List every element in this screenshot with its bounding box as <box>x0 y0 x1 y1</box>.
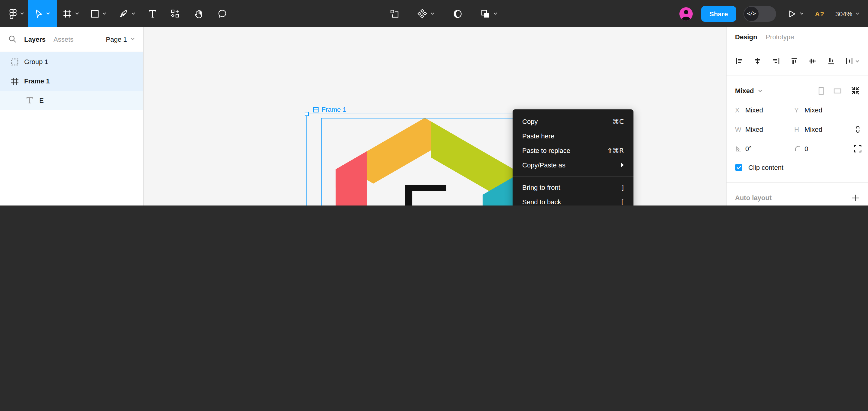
present-button[interactable] <box>788 9 804 18</box>
layers-panel: Layers Assets Page 1 Group 1Frame 1E <box>0 27 144 205</box>
main-menu-button[interactable] <box>5 0 28 27</box>
rotation-row: 0° 0 <box>726 139 868 158</box>
tidy-up-button[interactable] <box>417 8 435 19</box>
divider <box>726 182 868 183</box>
size-mode-value[interactable]: Mixed <box>735 87 754 94</box>
y-value: Mixed <box>805 106 823 114</box>
clip-content-checkbox[interactable] <box>735 164 742 171</box>
x-value: Mixed <box>745 106 763 114</box>
auto-layout-section: Auto layout <box>726 188 868 205</box>
menu-item-label: Send to back <box>522 198 561 205</box>
layer-row[interactable]: Group 1 <box>0 52 143 71</box>
layer-row[interactable]: E <box>0 91 143 110</box>
pen-tool-button[interactable] <box>113 0 142 27</box>
menu-item-shortcut: ⌘C <box>613 118 624 125</box>
distribute-menu[interactable] <box>845 57 860 65</box>
page-selector[interactable]: Page 1 <box>106 35 135 42</box>
boolean-operations-button[interactable] <box>480 9 497 19</box>
chevron-down-icon <box>131 12 135 15</box>
align-bottom-icon[interactable] <box>827 57 835 65</box>
frame-icon <box>10 77 19 85</box>
dev-mode-toggle[interactable]: </> <box>743 6 776 22</box>
menu-separator <box>513 176 633 177</box>
menu-item-paste-to-replace[interactable]: Paste to replace⇧⌘R <box>513 143 633 158</box>
frame-name-label[interactable]: Frame 1 <box>312 106 346 113</box>
independent-corners-icon[interactable] <box>854 145 862 153</box>
text-tool-button[interactable] <box>142 0 163 27</box>
context-menu: Copy⌘CPaste herePaste to replace⇧⌘RCopy/… <box>513 109 633 205</box>
mask-button[interactable] <box>390 9 399 18</box>
zoom-menu[interactable]: 304% <box>835 10 860 17</box>
menu-item-label: Copy <box>522 118 538 125</box>
menu-item-paste-here[interactable]: Paste here <box>513 129 633 143</box>
pen-icon <box>119 9 128 18</box>
portrait-icon[interactable] <box>818 87 824 95</box>
resources-tool-button[interactable] <box>163 0 186 27</box>
x-field[interactable]: X Mixed <box>735 106 794 114</box>
chevron-down-icon <box>430 12 435 15</box>
search-icon[interactable] <box>8 35 16 43</box>
dev-mode-icon: </> <box>744 6 758 21</box>
add-auto-layout-button[interactable] <box>852 194 860 201</box>
missing-fonts-badge[interactable]: A? <box>815 10 824 17</box>
shape-tool-button[interactable] <box>85 0 113 27</box>
align-right-icon[interactable] <box>772 57 780 65</box>
chevron-down-icon <box>855 60 860 63</box>
move-tool-button[interactable] <box>28 0 57 27</box>
width-value: Mixed <box>745 126 763 133</box>
align-horizontal-center-icon[interactable] <box>753 57 762 65</box>
play-icon <box>788 9 796 18</box>
landscape-icon[interactable] <box>834 88 841 93</box>
clip-content-label: Clip content <box>748 164 783 171</box>
chevron-down-icon <box>493 12 497 15</box>
clip-content-row: Clip content <box>726 158 868 177</box>
corner-radius-field[interactable]: 0 <box>794 145 854 152</box>
figma-logo-icon <box>9 8 17 19</box>
chevron-down-icon <box>130 37 135 40</box>
frame-badge-icon <box>312 106 319 113</box>
toolbar-right: Share </> A? 304% <box>679 0 860 27</box>
menu-item-send-to-back[interactable]: Send to back[ <box>513 195 633 205</box>
tab-assets[interactable]: Assets <box>54 35 73 42</box>
align-left-icon[interactable] <box>735 57 743 65</box>
group-icon <box>10 58 19 66</box>
shrink-to-fit-icon[interactable] <box>851 87 860 95</box>
hand-tool-button[interactable] <box>186 0 210 27</box>
menu-item-label: Paste here <box>522 132 554 139</box>
width-field[interactable]: W Mixed <box>735 126 794 133</box>
menu-item-label: Bring to front <box>522 184 560 191</box>
height-field[interactable]: H Mixed <box>794 126 854 133</box>
y-field[interactable]: Y Mixed <box>794 106 854 114</box>
menu-item-copy-paste-as[interactable]: Copy/Paste as <box>513 158 633 172</box>
share-button[interactable]: Share <box>701 6 736 22</box>
tab-layers[interactable]: Layers <box>24 35 45 42</box>
comment-icon <box>217 9 226 18</box>
contrast-button[interactable] <box>453 9 462 19</box>
menu-item-shortcut: ] <box>621 184 624 191</box>
menu-item-bring-to-front[interactable]: Bring to front] <box>513 180 633 195</box>
align-vertical-center-icon[interactable] <box>808 57 817 65</box>
rotation-field[interactable]: 0° <box>735 145 794 152</box>
selection-handle-top-left[interactable] <box>305 112 309 116</box>
position-row: X Mixed Y Mixed <box>726 100 868 120</box>
constrain-proportions-icon[interactable] <box>854 125 862 133</box>
tidy-up-icon <box>417 8 427 19</box>
layers-panel-header: Layers Assets Page 1 <box>0 27 143 51</box>
dimensions-row: W Mixed H Mixed <box>726 120 868 139</box>
canvas[interactable]: E Frame 1 128 × 128 <box>144 27 726 205</box>
comment-tool-button[interactable] <box>210 0 233 27</box>
toolbar-tools <box>5 0 233 27</box>
move-cursor-icon <box>34 9 43 18</box>
chevron-down-icon[interactable] <box>758 89 762 92</box>
tab-prototype[interactable]: Prototype <box>766 33 794 40</box>
frame-name-text: Frame 1 <box>321 106 346 113</box>
alignment-row <box>726 51 868 71</box>
figma-app: Share </> A? 304% Layers Assets Page 1 <box>0 0 868 205</box>
avatar[interactable] <box>679 7 692 20</box>
menu-item-copy[interactable]: Copy⌘C <box>513 114 633 129</box>
layer-row[interactable]: Frame 1 <box>0 71 143 91</box>
frame-tool-button[interactable] <box>57 0 85 27</box>
tab-design[interactable]: Design <box>735 33 757 40</box>
align-top-icon[interactable] <box>790 57 799 65</box>
rotation-icon <box>735 145 745 152</box>
